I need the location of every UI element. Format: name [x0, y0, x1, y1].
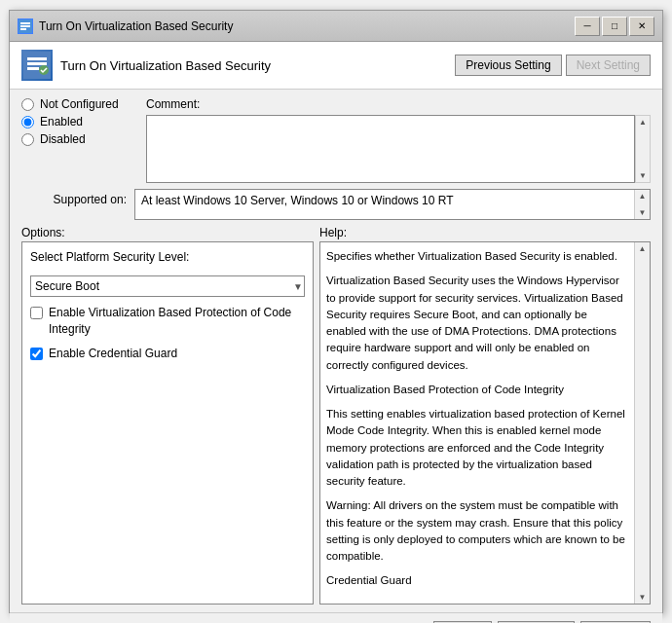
help-scrollbar: ▲ ▼ [634, 242, 650, 604]
previous-setting-button[interactable]: Previous Setting [455, 55, 561, 76]
help-scroll-down-arrow[interactable]: ▼ [639, 593, 647, 602]
disabled-label: Disabled [40, 132, 86, 146]
maximize-button[interactable]: □ [602, 17, 627, 36]
help-scroll-up-arrow[interactable]: ▲ [639, 244, 647, 253]
top-section: Not Configured Enabled Disabled Comment:… [21, 97, 651, 183]
main-window: Turn On Virtualization Based Security ─ … [9, 10, 663, 613]
supported-scroll-down[interactable]: ▼ [639, 208, 647, 217]
svg-rect-2 [20, 25, 30, 27]
help-para-4: This setting enables virtualization base… [326, 406, 626, 490]
supported-container: At least Windows 10 Server, Windows 10 o… [134, 189, 651, 220]
title-bar-controls: ─ □ ✕ [575, 17, 654, 36]
dropdown-wrapper: Secure Boot Secure Boot and DMA Protecti… [30, 275, 305, 297]
enabled-label: Enabled [40, 115, 83, 128]
supported-value: At least Windows 10 Server, Windows 10 o… [141, 194, 454, 207]
comment-column: Comment: ▲ ▼ [146, 97, 651, 183]
comment-scrollbar: ▲ ▼ [635, 115, 651, 183]
comment-textarea[interactable] [146, 115, 635, 183]
next-setting-button[interactable]: Next Setting [566, 55, 651, 76]
supported-row: Supported on: At least Windows 10 Server… [21, 189, 651, 220]
svg-rect-6 [27, 62, 47, 65]
supported-box: At least Windows 10 Server, Windows 10 o… [134, 189, 651, 220]
svg-rect-3 [20, 28, 26, 30]
header-bar: Turn On Virtualization Based Security Pr… [10, 42, 662, 90]
window-title: Turn On Virtualization Based Security [39, 19, 233, 33]
help-para-5: Warning: All drivers on the system must … [326, 497, 626, 565]
bottom-bar: OK Cancel Apply [10, 612, 662, 624]
close-button[interactable]: ✕ [629, 17, 654, 36]
not-configured-label: Not Configured [40, 97, 119, 111]
help-text-area[interactable]: Specifies whether Virtualization Based S… [326, 248, 630, 598]
header-buttons: Previous Setting Next Setting [455, 55, 651, 76]
help-label: Help: [319, 226, 347, 239]
help-panel: Specifies whether Virtualization Based S… [319, 241, 651, 605]
scroll-down-arrow[interactable]: ▼ [639, 171, 647, 180]
vbs-code-integrity-label: Enable Virtualization Based Protection o… [49, 305, 305, 338]
supported-scroll-up[interactable]: ▲ [639, 192, 647, 201]
svg-rect-7 [27, 67, 39, 70]
credential-guard-checkbox[interactable] [30, 348, 43, 360]
not-configured-row: Not Configured [21, 97, 138, 111]
help-header: Help: [314, 226, 651, 239]
title-bar: Turn On Virtualization Based Security ─ … [10, 11, 662, 42]
title-bar-left: Turn On Virtualization Based Security [18, 18, 233, 34]
platform-dropdown[interactable]: Secure Boot Secure Boot and DMA Protecti… [30, 275, 305, 297]
credential-guard-row: Enable Credential Guard [30, 346, 305, 362]
help-para-2: Virtualization Based Security uses the W… [326, 273, 626, 374]
comment-label: Comment: [146, 97, 651, 111]
platform-label: Select Platform Security Level: [30, 250, 305, 264]
enabled-row: Enabled [21, 115, 138, 128]
disabled-row: Disabled [21, 132, 138, 146]
content-area: Not Configured Enabled Disabled Comment:… [10, 90, 662, 612]
help-para-6: Credential Guard [326, 572, 626, 589]
credential-guard-label: Enable Credential Guard [49, 346, 177, 362]
options-header: Options: [21, 226, 314, 239]
minimize-button[interactable]: ─ [575, 17, 600, 36]
header-left: Turn On Virtualization Based Security [21, 50, 271, 81]
enabled-radio[interactable] [21, 116, 34, 128]
vbs-code-integrity-checkbox[interactable] [30, 307, 43, 319]
sections-row: Options: Help: [21, 226, 651, 239]
options-panel: Select Platform Security Level: Secure B… [21, 241, 314, 605]
not-configured-radio[interactable] [21, 98, 34, 111]
help-para-1: Specifies whether Virtualization Based S… [326, 248, 626, 265]
svg-rect-5 [27, 57, 47, 60]
header-icon [21, 50, 53, 81]
options-label: Options: [21, 226, 65, 239]
disabled-radio[interactable] [21, 133, 34, 146]
supported-scrollbar: ▲ ▼ [634, 190, 650, 219]
scroll-up-arrow[interactable]: ▲ [639, 118, 647, 127]
vbs-code-integrity-row: Enable Virtualization Based Protection o… [30, 305, 305, 338]
window-icon [18, 18, 33, 34]
help-para-3: Virtualization Based Protection of Code … [326, 382, 626, 398]
svg-rect-1 [20, 22, 30, 24]
supported-label: Supported on: [21, 189, 127, 206]
radio-column: Not Configured Enabled Disabled [21, 97, 138, 183]
main-split: Select Platform Security Level: Secure B… [21, 241, 651, 605]
header-title: Turn On Virtualization Based Security [60, 58, 271, 73]
